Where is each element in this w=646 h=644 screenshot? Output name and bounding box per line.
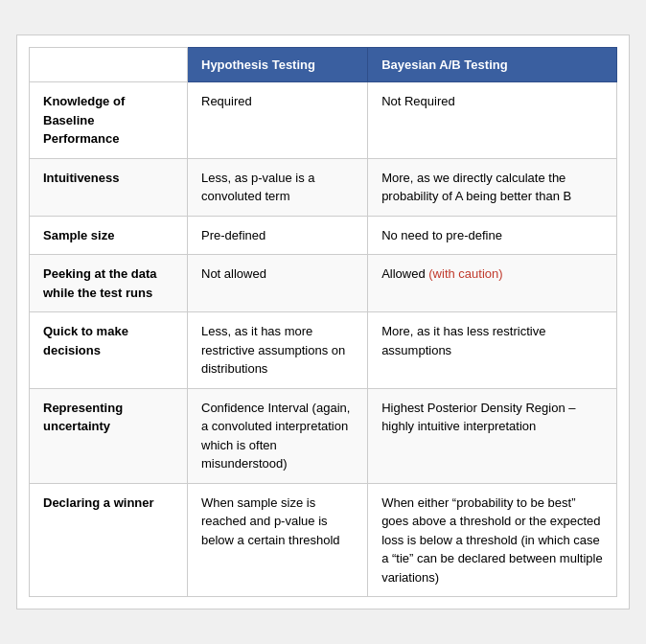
row-label: Sample size (30, 216, 188, 255)
row-hypothesis: When sample size is reached and p-value … (188, 483, 368, 597)
comparison-table-wrapper: Hypothesis Testing Bayesian A/B Testing … (16, 34, 630, 610)
row-label: Quick to make decisions (30, 312, 188, 389)
row-bayesian: Allowed (with caution) (368, 255, 617, 312)
highlight-text: (with caution) (428, 266, 502, 281)
row-label: Peeking at the data while the test runs (30, 255, 188, 312)
row-hypothesis: Not allowed (188, 255, 368, 312)
row-bayesian: When either “probability to be best” goe… (368, 483, 617, 597)
row-bayesian: Not Required (368, 82, 617, 159)
row-hypothesis: Less, as it has more restrictive assumpt… (188, 312, 368, 389)
header-bayesian: Bayesian A/B Testing (368, 48, 617, 82)
row-label: Intuitiveness (30, 158, 188, 216)
header-hypothesis: Hypothesis Testing (188, 48, 368, 82)
row-bayesian: More, as we directly calculate the proba… (368, 158, 617, 216)
row-label: Knowledge of Baseline Performance (30, 82, 188, 159)
row-hypothesis: Less, as p-value is a convoluted term (188, 158, 368, 216)
row-bayesian: More, as it has less restrictive assumpt… (368, 312, 617, 389)
row-label: Representing uncertainty (30, 388, 188, 483)
row-hypothesis: Required (188, 82, 368, 159)
header-col1 (30, 48, 188, 82)
row-bayesian: No need to pre-define (368, 216, 617, 255)
row-label: Declaring a winner (30, 483, 188, 597)
row-bayesian: Highest Posterior Density Region – highl… (368, 388, 617, 483)
comparison-table: Hypothesis Testing Bayesian A/B Testing … (29, 47, 617, 597)
row-hypothesis: Pre-defined (188, 216, 368, 255)
row-hypothesis: Confidence Interval (again, a convoluted… (188, 388, 368, 483)
